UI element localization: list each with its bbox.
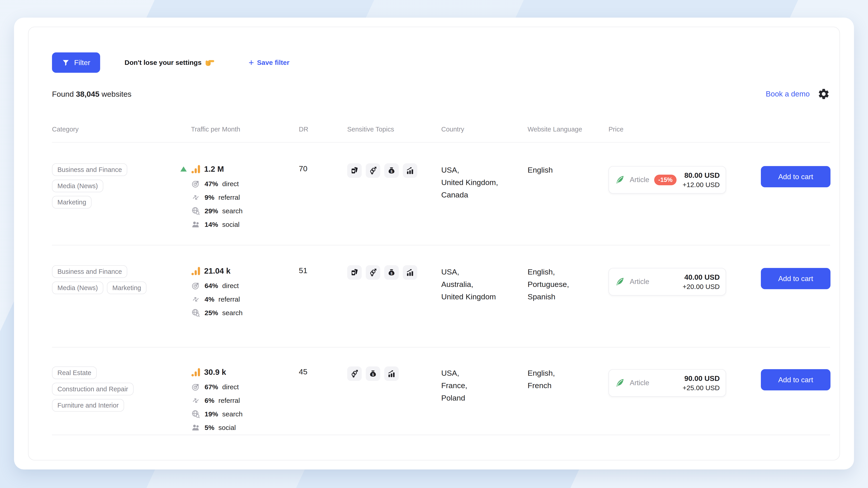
price-card[interactable]: Article -15% 80.00 USD +12.00 USD: [609, 166, 726, 194]
search-globe-icon: [191, 308, 200, 317]
price-type-label: Article: [630, 176, 649, 184]
table-row: Business and Finance Media (News) Market…: [52, 142, 830, 246]
category-cell: Business and Finance Media (News) Market…: [52, 265, 191, 294]
filter-button[interactable]: Filter: [52, 53, 100, 73]
trend-up-icon: [180, 166, 187, 172]
dr-value: 70: [299, 163, 347, 173]
analytics-bars-icon: [191, 266, 200, 275]
results-panel: Filter Don't lose your settings + Save f…: [28, 27, 840, 460]
language-cell: English: [528, 163, 609, 176]
referral-icon: [191, 295, 200, 303]
table-header-row: Category Traffic per Month DR Sensitive …: [52, 126, 830, 142]
category-chip: Business and Finance: [52, 265, 127, 278]
filter-button-label: Filter: [74, 59, 90, 67]
price-card[interactable]: Article 40.00 USD +20.00 USD: [609, 268, 726, 295]
category-cell: Business and Finance Media (News) Market…: [52, 163, 191, 208]
category-chip: Furniture and Interior: [52, 399, 124, 412]
money-bag-icon: [366, 366, 380, 381]
discount-badge: -15%: [654, 175, 677, 185]
gear-icon[interactable]: [817, 88, 830, 100]
price-type-label: Article: [630, 379, 649, 387]
sensitive-topics-cell: [347, 265, 441, 280]
gender-icon: [347, 366, 362, 381]
money-bag-icon: [384, 265, 399, 280]
category-chip: Business and Finance: [52, 163, 127, 176]
feather-icon: [615, 378, 625, 388]
column-header-country: Country: [441, 126, 528, 133]
direct-icon: [191, 282, 200, 290]
direct-icon: [191, 383, 200, 391]
money-bag-icon: [384, 163, 399, 178]
price-amount: 80.00 USD: [683, 171, 720, 180]
analytics-bars-icon: [191, 164, 200, 174]
traffic-value: 30.9 k: [204, 367, 226, 377]
table-row: Business and Finance Media (News) Market…: [52, 246, 830, 348]
price-extra: +20.00 USD: [683, 283, 720, 291]
price-type-label: Article: [630, 278, 649, 286]
analytics-bars-icon: [191, 367, 200, 377]
category-chip: Marketing: [52, 196, 92, 208]
chart-growth-icon: [403, 265, 417, 280]
price-extra: +25.00 USD: [683, 384, 720, 392]
found-suffix: websites: [101, 90, 131, 98]
referral-icon: [191, 396, 200, 404]
found-count: 38,045: [76, 90, 99, 98]
gender-icon: [366, 163, 380, 178]
toolbar: Filter Don't lose your settings + Save f…: [52, 53, 830, 73]
column-header-traffic: Traffic per Month: [191, 126, 299, 133]
feather-icon: [615, 175, 625, 185]
price-cell: Article 40.00 USD +20.00 USD: [609, 265, 761, 295]
category-chip: Construction and Repair: [52, 383, 133, 395]
country-cell: USA, Australia, United Kingdom: [441, 265, 528, 303]
language-cell: English, Portuguese, Spanish: [528, 265, 609, 303]
book-demo-link[interactable]: Book a demo: [766, 90, 810, 98]
search-globe-icon: [191, 207, 200, 215]
social-icon: [191, 424, 200, 432]
found-count-text: Found 38,045 websites: [52, 90, 131, 98]
category-chip: Media (News): [52, 180, 103, 192]
category-chip: Real Estate: [52, 366, 97, 379]
add-to-cart-button[interactable]: Add to cart: [761, 369, 831, 390]
pointing-hand-icon: [205, 58, 215, 68]
settings-hint-text: Don't lose your settings: [125, 59, 202, 66]
sensitive-topics-cell: [347, 163, 441, 178]
traffic-cell: 21.04 k 64%direct 4%referral 25%search: [191, 265, 299, 319]
column-header-sensitive: Sensitive Topics: [347, 126, 441, 133]
summary-row: Found 38,045 websites Book a demo: [52, 88, 830, 100]
direct-icon: [191, 180, 200, 188]
save-filter-button[interactable]: + Save filter: [249, 59, 289, 66]
table-row: Real Estate Construction and Repair Furn…: [52, 348, 830, 435]
price-cell: Article 90.00 USD +25.00 USD: [609, 366, 761, 397]
column-header-price: Price: [609, 126, 761, 133]
country-cell: USA, United Kingdom, Canada: [441, 163, 528, 201]
column-header-language: Website Language: [528, 126, 609, 133]
traffic-cell: 1.2 M 47%direct 9%referral 29%search 14%…: [191, 163, 299, 230]
dr-value: 45: [299, 366, 347, 376]
dr-value: 51: [299, 265, 347, 275]
price-amount: 90.00 USD: [683, 375, 720, 383]
price-amount: 40.00 USD: [683, 273, 720, 282]
category-chip: Marketing: [107, 282, 147, 294]
traffic-value: 21.04 k: [204, 266, 230, 275]
search-globe-icon: [191, 410, 200, 418]
category-chip: Media (News): [52, 282, 103, 294]
settings-hint: Don't lose your settings: [125, 58, 215, 68]
chart-growth-icon: [403, 163, 417, 178]
gender-icon: [366, 265, 380, 280]
category-cell: Real Estate Construction and Repair Furn…: [52, 366, 191, 412]
language-cell: English, French: [528, 366, 609, 392]
add-to-cart-button[interactable]: Add to cart: [761, 166, 831, 187]
add-to-cart-button[interactable]: Add to cart: [761, 268, 831, 289]
sensitive-topics-cell: [347, 366, 441, 381]
playing-cards-icon: [347, 265, 362, 280]
found-prefix: Found: [52, 90, 74, 98]
traffic-cell: 30.9 k 67%direct 6%referral 19%search 5%…: [191, 366, 299, 433]
country-cell: USA, France, Poland: [441, 366, 528, 404]
feather-icon: [615, 277, 625, 287]
app-window: Filter Don't lose your settings + Save f…: [14, 18, 854, 469]
playing-cards-icon: [347, 163, 362, 178]
price-extra: +12.00 USD: [683, 181, 720, 189]
column-header-dr: DR: [299, 126, 347, 133]
filter-funnel-icon: [62, 59, 70, 66]
price-card[interactable]: Article 90.00 USD +25.00 USD: [609, 369, 726, 397]
